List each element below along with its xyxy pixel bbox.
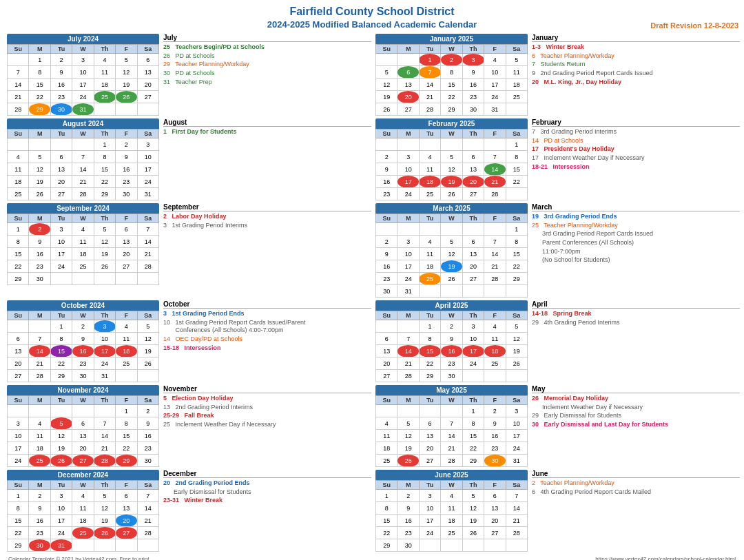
may-event-3: 29 Early Dismissal for Students xyxy=(532,412,740,420)
jun-event-2: 6 4th Grading Period Report Cards Mailed xyxy=(532,488,740,497)
february-events-header: February xyxy=(532,118,740,127)
march-events-header: March xyxy=(532,203,740,211)
march-events: March 19 3rd Grading Period Ends 25 Teac… xyxy=(529,202,743,299)
december-2024-block: December 2024 SuMTuWThFSa 1234567 891011… xyxy=(6,468,161,553)
footer-left: Calendar Template © 2021 by Vertex42.com… xyxy=(8,556,151,560)
august-2024-table: SuMTuWThFSa 123 45678910 11121314151617 … xyxy=(7,129,159,200)
november-2024-header: November 2024 xyxy=(7,385,159,395)
january-events: January 1-3 Winter Break 6 Teacher Plann… xyxy=(529,32,743,117)
apr-event-1: 14-18 Spring Break xyxy=(532,310,740,318)
august-events-header: August xyxy=(163,118,371,127)
nov-event-2: 13 2nd Grading Period Interims xyxy=(163,404,371,412)
nov-event-4: 25 Inclement Weather Day if Necessary xyxy=(163,421,371,429)
september-events: September 2 Labor Day Holiday 3 1st Grad… xyxy=(161,202,374,299)
july-events: July 25 Teachers Begin/PD at Schools 26 … xyxy=(161,32,374,117)
feb-event-3: 17 President's Day Holiday xyxy=(532,145,740,154)
row-6: December 2024 SuMTuWThFSa 1234567 891011… xyxy=(6,468,738,553)
oct-event-3: 14 OEC Day/PD at Schools xyxy=(163,335,371,344)
mar-event-4: Parent Conferences (All Schools) xyxy=(532,239,740,247)
footer-right: https://www.vertex42.com/calendars/schoo… xyxy=(595,556,736,560)
row-4: October 2024 SuMTuWThFSa 12345 678910111… xyxy=(6,299,738,384)
june-events-header: June xyxy=(532,470,740,478)
nov-event-1: 5 Election Day Holiday xyxy=(163,395,371,403)
jan-event-4: 9 2nd Grading Period Report Cards Issued xyxy=(532,70,740,78)
september-2024-header: September 2024 xyxy=(7,203,159,214)
june-2025-table: SuMTuWThFSa 1234567 891011121314 1516171… xyxy=(375,480,528,552)
jan-event-1: 1-3 Winter Break xyxy=(532,43,740,52)
september-2024-block: September 2024 SuMTuWThFSa 1234567 89101… xyxy=(6,202,161,299)
october-2024-table: SuMTuWThFSa 12345 6789101112 13141516171… xyxy=(7,311,159,382)
august-2024-header: August 2024 xyxy=(7,118,159,129)
dec-event-1: 20 2nd Grading Period Ends xyxy=(163,479,371,488)
oct-event-2: 10 1st Grading Period Report Cards Issue… xyxy=(163,319,371,335)
nov-event-3: 25-29 Fall Break xyxy=(163,412,371,420)
oct-event-1: 3 1st Grading Period Ends xyxy=(163,310,371,318)
january-events-header: January xyxy=(532,34,740,42)
may-event-4: 30 Early Dismissal and Last Day for Stud… xyxy=(532,421,740,429)
january-2025-table: SuMTuWThFSa 12345 567891011 121314151617… xyxy=(375,44,528,116)
row-1: July 2024 SuMTuWThFSa 123456 78910111213… xyxy=(6,32,738,117)
february-2025-block: February 2025 SuMTuWThFSa 1 2345678 9101… xyxy=(374,117,529,202)
april-2025-table: SuMTuWThFSa 12345 6789101112 13141516171… xyxy=(375,311,528,382)
sep-event-1: 2 Labor Day Holiday xyxy=(163,213,371,221)
feb-event-2: 14 PD at Schools xyxy=(532,137,740,145)
mar-event-2: 25 Teacher Planning/Workday xyxy=(532,222,740,230)
row-3: September 2024 SuMTuWThFSa 1234567 89101… xyxy=(6,202,738,299)
february-events: February 7 3rd Grading Period Interims 1… xyxy=(529,117,743,202)
july-event-1: 25 Teachers Begin/PD at Schools xyxy=(163,43,371,52)
july-2024-table: SuMTuWThFSa 123456 78910111213 141516171… xyxy=(7,44,159,116)
feb-event-4: 17 Inclement Weather Day if Necessary xyxy=(532,154,740,163)
sep-event-2: 3 1st Grading Period Interims xyxy=(163,222,371,230)
april-events-header: April xyxy=(532,300,740,309)
november-events-header: November xyxy=(163,385,371,393)
feb-event-5: 18-21 Intersession xyxy=(532,163,740,172)
mar-event-3: 3rd Grading Period Report Cards Issued xyxy=(532,230,740,238)
august-2024-block: August 2024 SuMTuWThFSa 123 45678910 111… xyxy=(6,117,161,202)
apr-event-2: 29 4th Grading Period Interims xyxy=(532,319,740,327)
main-title: Fairfield County School District xyxy=(6,6,738,18)
november-events: November 5 Election Day Holiday 13 2nd G… xyxy=(161,384,374,468)
november-2024-block: November 2024 SuMTuWThFSa 12 3456789 101… xyxy=(6,384,161,468)
may-event-1: 26 Memorial Day Holiday xyxy=(532,395,740,403)
dec-event-2: Early Dismissal for Students xyxy=(163,488,371,497)
may-2025-table: SuMTuWThFSa 123 45678910 11121314151617 … xyxy=(375,395,528,467)
october-events-header: October xyxy=(163,300,371,309)
december-events: December 20 2nd Grading Period Ends Earl… xyxy=(161,468,374,553)
february-2025-header: February 2025 xyxy=(375,118,528,129)
march-2025-block: March 2025 SuMTuWThFSa 1 2345678 9101112… xyxy=(374,202,529,299)
april-events: April 14-18 Spring Break 29 4th Grading … xyxy=(529,299,743,384)
october-2024-block: October 2024 SuMTuWThFSa 12345 678910111… xyxy=(6,299,161,384)
july-event-3: 29 Teacher Planning/Workday xyxy=(163,61,371,69)
jan-event-3: 7 Students Return xyxy=(532,61,740,69)
january-2025-header: January 2025 xyxy=(375,34,528,44)
may-events: May 26 Memorial Day Holiday Inclement We… xyxy=(529,384,743,468)
july-2024-block: July 2024 SuMTuWThFSa 123456 78910111213… xyxy=(6,32,161,117)
april-2025-header: April 2025 xyxy=(375,300,528,311)
footer: Calendar Template © 2021 by Vertex42.com… xyxy=(6,556,738,560)
aug-event-1: 1 First Day for Students xyxy=(163,128,371,136)
april-2025-block: April 2025 SuMTuWThFSa 12345 6789101112 … xyxy=(374,299,529,384)
december-events-header: December xyxy=(163,470,371,478)
row-5: November 2024 SuMTuWThFSa 12 3456789 101… xyxy=(6,384,738,468)
march-2025-header: March 2025 xyxy=(375,203,528,214)
page: Fairfield County School District 2024-20… xyxy=(0,0,744,560)
may-2025-header: May 2025 xyxy=(375,385,528,395)
oct-event-4: 15-18 Intersession xyxy=(163,344,371,353)
december-2024-header: December 2024 xyxy=(7,470,159,480)
jun-event-1: 2 Teacher Planning/Workday xyxy=(532,479,740,488)
october-2024-header: October 2024 xyxy=(7,300,159,311)
june-2025-header: June 2025 xyxy=(375,470,528,480)
july-event-4: 30 PD at Schools xyxy=(163,70,371,78)
june-2025-block: June 2025 SuMTuWThFSa 1234567 8910111213… xyxy=(374,468,529,553)
september-2024-table: SuMTuWThFSa 1234567 891011121314 1516171… xyxy=(7,214,159,285)
july-2024-header: July 2024 xyxy=(7,34,159,44)
june-events: June 2 Teacher Planning/Workday 6 4th Gr… xyxy=(529,468,743,553)
november-2024-table: SuMTuWThFSa 12 3456789 10111213141516 17… xyxy=(7,395,159,467)
jan-event-5: 20 M.L. King, Jr., Day Holiday xyxy=(532,79,740,87)
jan-event-2: 6 Teacher Planning/Workday xyxy=(532,52,740,61)
october-events: October 3 1st Grading Period Ends 10 1st… xyxy=(161,299,374,384)
july-event-5: 31 Teacher Prep xyxy=(163,79,371,87)
mar-event-5: 11:00-7:00pm xyxy=(532,248,740,256)
may-events-header: May xyxy=(532,385,740,393)
feb-event-1: 7 3rd Grading Period Interims xyxy=(532,128,740,136)
